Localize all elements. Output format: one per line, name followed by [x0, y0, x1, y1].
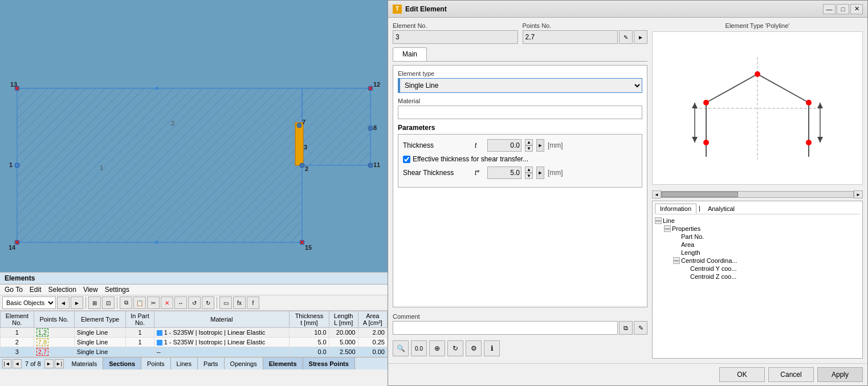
toolbar-cut[interactable]: ✂ [147, 296, 160, 309]
material-input[interactable] [398, 105, 642, 119]
object-type-select[interactable]: Basic Objects [2, 296, 56, 309]
menu-view[interactable]: View [83, 286, 98, 294]
tab-stress-points[interactable]: Stress Points [303, 357, 355, 369]
nav-last[interactable]: ►| [55, 359, 64, 368]
tab-openings[interactable]: Openings [225, 357, 263, 369]
tab-parts[interactable]: Parts [198, 357, 225, 369]
menu-settings[interactable]: Settings [105, 286, 129, 294]
minimize-button[interactable]: — [823, 4, 836, 14]
points-arrow-btn[interactable]: ► [634, 30, 647, 44]
shear-down[interactable]: ▼ [525, 173, 533, 179]
tab-materials[interactable]: Materials [66, 357, 104, 369]
col-material: Material [154, 311, 289, 328]
tree-centroid-label: Centroid Coordina... [681, 257, 737, 264]
tree-expand-line[interactable]: — [655, 217, 662, 224]
tab-points[interactable]: Points [141, 357, 171, 369]
toolbar-redo[interactable]: ↻ [202, 296, 214, 309]
ok-button[interactable]: OK [719, 367, 765, 382]
element-type-select[interactable]: Single Line [398, 78, 642, 93]
svg-text:14: 14 [9, 244, 16, 251]
scroll-left[interactable]: ◄ [652, 190, 661, 198]
toolbar-filter[interactable]: ⊡ [102, 296, 115, 309]
thickness-up[interactable]: ▲ [525, 139, 533, 145]
tab-lines[interactable]: Lines [171, 357, 198, 369]
page-nav: |◄ ◄ 7 of 8 ► ►| [0, 359, 66, 368]
toolbar-formula[interactable]: fx [233, 296, 246, 309]
toolbar-undo[interactable]: ↺ [188, 296, 201, 309]
comment-edit-btn[interactable]: ✎ [634, 321, 647, 335]
close-button[interactable]: ✕ [850, 4, 863, 14]
svg-point-45 [806, 140, 812, 145]
tool-0[interactable]: 0.0 [411, 340, 427, 356]
nav-next[interactable]: ► [44, 359, 54, 368]
effective-thickness-label: Effective thickness for shear transfer..… [413, 155, 528, 163]
col-element-no: ElementNo. [1, 311, 34, 328]
toolbar-prev[interactable]: ◄ [57, 296, 70, 309]
scroll-right[interactable]: ► [854, 190, 863, 198]
maximize-button[interactable]: □ [837, 4, 849, 14]
dialog-bottom-toolbar: 🔍 0.0 ⊕ ↻ ⚙ ℹ [393, 338, 647, 359]
toolbar-copy[interactable]: ⧉ [120, 296, 132, 309]
material-label: Material [398, 97, 642, 104]
nav-first[interactable]: |◄ [2, 359, 11, 368]
tab-sections[interactable]: Sections [103, 357, 141, 369]
toolbar-move[interactable]: ↔ [174, 296, 187, 309]
col-thickness: Thicknesst [mm] [290, 311, 329, 328]
panel-menu: Go To Edit Selection View Settings [0, 285, 388, 295]
element-no-input[interactable] [393, 30, 518, 44]
toolbar-next[interactable]: ► [71, 296, 83, 309]
thickness-label: Thickness [403, 141, 471, 149]
toolbar-box[interactable]: ▭ [219, 296, 232, 309]
apply-button[interactable]: Apply [817, 367, 863, 382]
toolbar-delete[interactable]: ✕ [161, 296, 173, 309]
material-group: Material [398, 97, 642, 119]
tab-elements[interactable]: Elements [263, 357, 303, 369]
menu-goto[interactable]: Go To [5, 286, 23, 294]
toolbar-formula2[interactable]: f [247, 296, 259, 309]
menu-edit[interactable]: Edit [30, 286, 42, 294]
comment-input[interactable] [393, 321, 618, 335]
horizontal-scrollbar[interactable] [661, 191, 854, 198]
toolbar-select[interactable]: ⊞ [88, 296, 101, 309]
effective-thickness-checkbox[interactable] [403, 156, 410, 163]
shear-input[interactable] [487, 166, 521, 179]
svg-text:2: 2 [305, 165, 308, 172]
tree-expand-centroid[interactable]: — [673, 257, 680, 264]
tool-info[interactable]: ℹ [484, 340, 500, 356]
shear-arrow[interactable]: ► [536, 166, 544, 179]
nav-prev[interactable]: ◄ [13, 359, 22, 368]
info-tab-analytical[interactable]: Analytical [703, 204, 740, 214]
tree-centroid-y: Centroid Y coo... [682, 265, 860, 273]
thickness-down[interactable]: ▼ [525, 145, 533, 152]
svg-point-43 [755, 71, 760, 77]
tool-refresh[interactable]: ↻ [447, 340, 463, 356]
svg-point-41 [703, 100, 709, 105]
table-row[interactable]: 1 1,2 Single Line 1 1 - S235W | Isotropi… [1, 328, 388, 338]
svg-text:15: 15 [305, 244, 312, 251]
shear-up[interactable]: ▲ [525, 166, 533, 173]
cancel-button[interactable]: Cancel [768, 367, 814, 382]
menu-selection[interactable]: Selection [48, 286, 76, 294]
element-type-group: Element type Single Line [398, 70, 642, 93]
comment-copy-btn[interactable]: ⧉ [619, 321, 633, 335]
points-no-label: Points No. [523, 22, 648, 29]
tab-main[interactable]: Main [393, 47, 427, 61]
thickness-arrow[interactable]: ► [536, 139, 544, 152]
table-row[interactable]: 3 2,7 Single Line -- 0.0 2.500 0.00 [1, 347, 388, 357]
scrollbar-thumb [662, 192, 738, 197]
thickness-input[interactable] [487, 139, 521, 152]
col-length: LengthL [mm] [329, 311, 358, 328]
svg-text:11: 11 [373, 161, 380, 168]
tree-length: Length [673, 249, 860, 257]
tool-settings[interactable]: ⚙ [466, 340, 482, 356]
points-no-input[interactable] [523, 30, 618, 44]
toolbar-paste[interactable]: 📋 [133, 296, 146, 309]
tree-expand-properties[interactable]: — [664, 225, 671, 232]
tool-search[interactable]: 🔍 [393, 340, 409, 356]
info-tab-information[interactable]: Information [655, 204, 696, 214]
svg-text:1: 1 [100, 164, 103, 171]
preview-area [652, 31, 863, 185]
points-edit-btn[interactable]: ✎ [619, 30, 633, 44]
table-row[interactable]: 2 7,8 Single Line 1 1 - S235W | Isotropi… [1, 338, 388, 347]
tool-crosshair[interactable]: ⊕ [429, 340, 445, 356]
